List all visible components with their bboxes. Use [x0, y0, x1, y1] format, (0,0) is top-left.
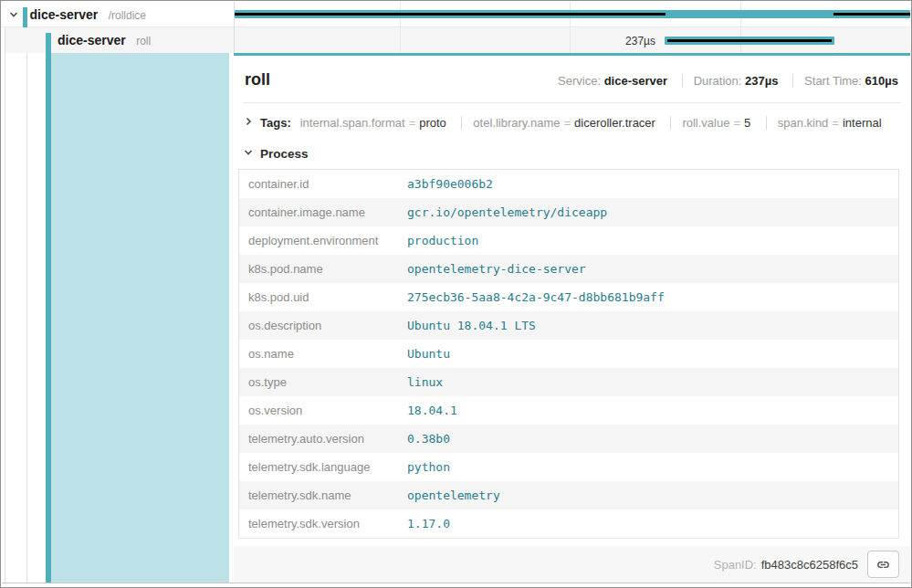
span-detail-accent-bar: [46, 33, 51, 583]
jaeger-trace-view: dice-server /rolldice dice-server roll 2…: [0, 0, 912, 588]
service-name: dice-server: [29, 7, 98, 22]
process-table-row: telemetry.auto.version 0.38b0: [239, 425, 898, 453]
process-value: production: [398, 226, 898, 255]
overview-value: 610µs: [865, 74, 898, 88]
process-value: python: [398, 453, 898, 481]
process-table-row: container.image.name gcr.io/opentelemetr…: [239, 198, 898, 226]
span-bar-rolldice[interactable]: [235, 10, 910, 18]
span-color-accent: [23, 7, 27, 27]
critical-path-segment: [235, 13, 666, 16]
process-key: k8s.pod.uid: [239, 283, 398, 311]
tag-equals: =: [563, 116, 571, 130]
overview-label: Start Time:: [804, 74, 862, 88]
process-table-row: k8s.pod.uid 275ecb36-5aa8-4c2a-9c47-d8bb…: [239, 283, 898, 311]
tag-value: 5: [744, 116, 750, 130]
process-key: os.name: [239, 340, 398, 368]
tag-key: span.kind: [778, 116, 829, 130]
process-table-row: os.name Ubuntu: [239, 340, 898, 368]
span-detail-color-block: [51, 53, 229, 583]
tag-item: internal.span.format=proto: [300, 116, 446, 130]
process-table-row: os.description Ubuntu 18.04.1 LTS: [239, 311, 898, 340]
tag-key: otel.library.name: [473, 116, 560, 130]
process-key: telemetry.sdk.name: [239, 481, 398, 509]
critical-path-segment: [667, 39, 832, 42]
link-icon: [875, 557, 891, 572]
process-value: Ubuntu: [398, 340, 898, 368]
detail-row-bottom-border: [2, 583, 910, 583]
copy-span-link-button[interactable]: [867, 551, 899, 578]
process-key: telemetry.auto.version: [239, 425, 398, 453]
tag-value: internal: [843, 116, 882, 130]
process-table-row: container.id a3bf90e006b2: [239, 170, 898, 198]
process-value: Ubuntu 18.04.1 LTS: [398, 311, 898, 340]
tag-item: roll.value=5: [670, 116, 750, 130]
span-detail-panel: roll Service: dice-server Duration: 237µ…: [234, 53, 910, 583]
overview-value: dice-server: [604, 74, 667, 88]
span-duration-label: 237µs: [564, 35, 655, 47]
span-overview: Service: dice-server Duration: 237µs Sta…: [558, 74, 898, 88]
span-detail-header: roll Service: dice-server Duration: 237µ…: [234, 56, 910, 97]
overview-value: 237µs: [745, 74, 778, 88]
tag-value: proto: [419, 116, 446, 130]
overview-item: Start Time: 610µs: [792, 74, 898, 88]
indent-guide: [26, 53, 27, 583]
span-bar-roll[interactable]: [665, 37, 834, 45]
tag-key: internal.span.format: [300, 116, 405, 130]
process-key: telemetry.sdk.language: [239, 453, 398, 481]
span-detail-footer: SpanID: fb483c8c6258f6c5: [234, 546, 910, 583]
process-value: 18.04.1: [398, 396, 898, 425]
process-table-row: telemetry.sdk.version 1.17.0: [239, 509, 898, 538]
process-accordion[interactable]: Process: [234, 134, 910, 167]
tag-value: diceroller.tracer: [574, 116, 655, 130]
spanid-value: fb483c8c6258f6c5: [761, 558, 858, 572]
process-key: deployment.environment: [239, 226, 398, 255]
overview-item: Service: dice-server: [558, 74, 667, 88]
process-value: 275ecb36-5aa8-4c2a-9c47-d8bb681b9aff: [398, 283, 898, 311]
process-key: telemetry.sdk.version: [239, 509, 398, 538]
critical-path-segment: [833, 13, 910, 16]
process-value: opentelemetry: [398, 481, 898, 509]
process-table-row: k8s.pod.name opentelemetry-dice-server: [239, 255, 898, 283]
process-table-row: os.version 18.04.1: [239, 396, 898, 425]
indent-guide: [5, 27, 5, 583]
overview-label: Service:: [558, 74, 601, 88]
service-name: dice-server: [58, 33, 126, 47]
process-value: opentelemetry-dice-server: [398, 255, 898, 283]
overview-label: Duration:: [694, 74, 742, 88]
tag-key: roll.value: [682, 116, 729, 130]
process-key: os.version: [239, 396, 398, 425]
overview-item: Duration: 237µs: [682, 74, 779, 88]
tag-equals: =: [832, 116, 839, 130]
process-key: os.description: [239, 311, 398, 340]
tag-item: otel.library.name=diceroller.tracer: [461, 116, 655, 130]
tag-item: span.kind=internal: [766, 116, 882, 130]
process-key: os.type: [239, 368, 398, 396]
span-title: roll: [245, 70, 270, 89]
process-key-value-table: container.id a3bf90e006b2 container.imag…: [238, 169, 899, 539]
process-label: Process: [260, 147, 309, 161]
tags-label: Tags:: [260, 116, 291, 130]
process-key: container.image.name: [239, 198, 398, 226]
span-row-label-rolldice[interactable]: dice-server /rolldice: [8, 6, 146, 24]
tags-summary: internal.span.format=proto otel.library.…: [300, 114, 882, 131]
tag-equals: =: [409, 116, 416, 130]
operation-name: /rolldice: [109, 9, 146, 22]
span-row-label-roll[interactable]: dice-server roll: [58, 32, 151, 48]
process-value: linux: [398, 368, 898, 396]
chevron-down-icon[interactable]: [8, 7, 19, 24]
tags-accordion[interactable]: Tags: internal.span.format=proto otel.li…: [234, 103, 910, 134]
chevron-right-icon[interactable]: [243, 114, 254, 131]
process-value: gcr.io/opentelemetry/diceapp: [398, 198, 898, 226]
process-table-row: telemetry.sdk.name opentelemetry: [239, 481, 898, 509]
process-value: 1.17.0: [398, 509, 898, 538]
process-key: container.id: [239, 170, 398, 198]
process-table-row: deployment.environment production: [239, 226, 898, 255]
process-table-row: telemetry.sdk.language python: [239, 453, 898, 481]
process-table-row: os.type linux: [239, 368, 898, 396]
process-value: a3bf90e006b2: [398, 170, 898, 198]
process-value: 0.38b0: [398, 425, 898, 453]
tag-equals: =: [733, 116, 740, 130]
spanid-label: SpanID:: [714, 558, 757, 572]
operation-name: roll: [136, 35, 151, 47]
chevron-down-icon[interactable]: [243, 145, 254, 162]
